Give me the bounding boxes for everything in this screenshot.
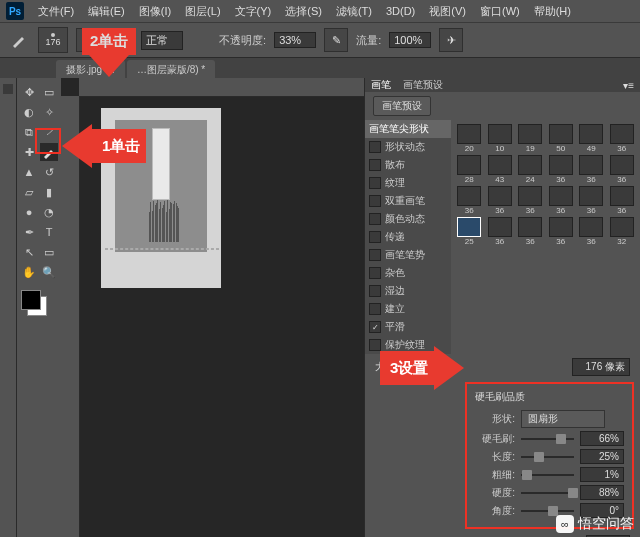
brush-option-3[interactable]: 双重画笔 [365,192,451,210]
opacity-pressure-icon[interactable]: ✎ [324,28,348,52]
bristle-slider[interactable] [521,433,574,445]
menu-edit[interactable]: 编辑(E) [82,2,131,21]
bristle-value[interactable]: 25% [580,449,624,464]
menu-type[interactable]: 文字(Y) [229,2,278,21]
brush-tip[interactable]: 36 [486,186,515,215]
brush-option-6[interactable]: 画笔笔势 [365,246,451,264]
brush-option-1[interactable]: 散布 [365,156,451,174]
history-brush-tool[interactable]: ↺ [40,163,58,181]
brush-tip-shape-item[interactable]: 画笔笔尖形状 [365,120,451,138]
brush-option-checkbox[interactable] [369,321,381,333]
brush-tip[interactable]: 36 [608,155,637,184]
brush-presets-button[interactable]: 画笔预设 [373,96,431,116]
brush-option-2[interactable]: 纹理 [365,174,451,192]
eraser-tool[interactable]: ▱ [20,183,38,201]
brush-tip[interactable]: 36 [486,217,515,246]
brush-option-5[interactable]: 传递 [365,228,451,246]
bristle-value[interactable]: 66% [580,431,624,446]
brush-tip[interactable]: 50 [547,124,576,153]
brush-option-9[interactable]: 建立 [365,300,451,318]
gradient-tool[interactable]: ▮ [40,183,58,201]
brush-tip[interactable]: 24 [516,155,545,184]
brush-tip[interactable]: 36 [547,155,576,184]
brush-option-checkbox[interactable] [369,231,381,243]
menu-window[interactable]: 窗口(W) [474,2,526,21]
menu-file[interactable]: 文件(F) [32,2,80,21]
stamp-tool[interactable]: ▲ [20,163,38,181]
brush-option-checkbox[interactable] [369,141,381,153]
brush-tip[interactable]: 43 [486,155,515,184]
brush-option-10[interactable]: 平滑 [365,318,451,336]
bristle-slider[interactable] [521,451,574,463]
brush-tip[interactable]: 36 [608,124,637,153]
brush-option-checkbox[interactable] [369,213,381,225]
brush-option-checkbox[interactable] [369,177,381,189]
brush-tip[interactable]: 19 [516,124,545,153]
brush-tip[interactable]: 36 [516,217,545,246]
brush-option-checkbox[interactable] [369,195,381,207]
brush-option-label: 双重画笔 [385,194,425,208]
brush-option-0[interactable]: 形状动态 [365,138,451,156]
menu-image[interactable]: 图像(I) [133,2,177,21]
brush-tip-grid[interactable]: 2010195049362843243636363636363636362536… [451,120,640,354]
flow-value[interactable]: 100% [389,32,431,48]
collapsed-panel-icon[interactable] [3,84,13,94]
bristle-value[interactable]: 1% [580,467,624,482]
current-tool-icon[interactable] [8,29,30,51]
doc-tab-2[interactable]: …图层蒙版/8) * [127,60,215,80]
brush-option-4[interactable]: 颜色动态 [365,210,451,228]
brush-option-checkbox[interactable] [369,249,381,261]
brush-tip[interactable]: 36 [547,217,576,246]
brush-option-checkbox[interactable] [369,303,381,315]
wand-tool[interactable]: ✧ [40,103,58,121]
brush-option-8[interactable]: 湿边 [365,282,451,300]
brush-option-7[interactable]: 杂色 [365,264,451,282]
brush-tip[interactable]: 36 [577,217,606,246]
menu-help[interactable]: 帮助(H) [528,2,577,21]
tab-brush-presets[interactable]: 画笔预设 [403,78,443,92]
tab-brush[interactable]: 画笔 [371,78,391,92]
brush-option-checkbox[interactable] [369,285,381,297]
lasso-tool[interactable]: ◐ [20,103,38,121]
brush-option-checkbox[interactable] [369,267,381,279]
airbrush-icon[interactable]: ✈ [439,28,463,52]
brush-tip[interactable]: 10 [486,124,515,153]
opacity-value[interactable]: 33% [274,32,316,48]
mode-select[interactable]: 正常 [141,31,183,50]
brush-tip[interactable]: 36 [608,186,637,215]
type-tool[interactable]: T [40,223,58,241]
bristle-slider[interactable] [521,469,574,481]
shape-select[interactable]: 圆扇形 [521,410,605,428]
brush-tip[interactable]: 36 [577,186,606,215]
bristle-slider[interactable] [521,487,574,499]
dodge-tool[interactable]: ◔ [40,203,58,221]
brush-tip[interactable]: 36 [577,155,606,184]
brush-tip[interactable]: 36 [455,186,484,215]
blur-tool[interactable]: ● [20,203,38,221]
brush-tip[interactable]: 32 [608,217,637,246]
move-tool[interactable]: ✥ [20,83,38,101]
brush-tip[interactable]: 28 [455,155,484,184]
menu-select[interactable]: 选择(S) [279,2,328,21]
size-value[interactable]: 176 像素 [572,358,630,376]
brush-tip[interactable]: 25 [455,217,484,246]
menu-3d[interactable]: 3D(D) [380,3,421,19]
menu-view[interactable]: 视图(V) [423,2,472,21]
brush-size-preview[interactable]: 176 [38,27,68,53]
color-swatch[interactable] [19,288,49,318]
brush-tip[interactable]: 36 [516,186,545,215]
pen-tool[interactable]: ✒ [20,223,38,241]
menu-filter[interactable]: 滤镜(T) [330,2,378,21]
menu-layer[interactable]: 图层(L) [179,2,226,21]
panel-menu-icon[interactable]: ▾≡ [623,80,634,91]
zoom-tool[interactable]: 🔍 [40,263,58,281]
brush-option-checkbox[interactable] [369,159,381,171]
shape-tool[interactable]: ▭ [40,243,58,261]
bristle-value[interactable]: 88% [580,485,624,500]
brush-tip[interactable]: 49 [577,124,606,153]
brush-tip[interactable]: 20 [455,124,484,153]
marquee-tool[interactable]: ▭ [40,83,58,101]
brush-tip[interactable]: 36 [547,186,576,215]
hand-tool[interactable]: ✋ [20,263,38,281]
path-tool[interactable]: ↖ [20,243,38,261]
